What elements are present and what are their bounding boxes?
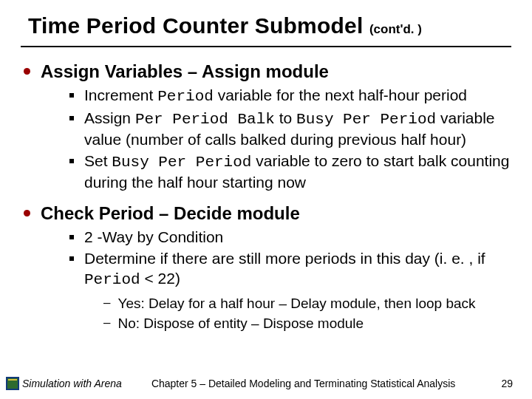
bullet-level3-group: –Yes: Delay for a half hour – Delay modu… <box>69 295 511 332</box>
bullet-level3: –No: Dispose of entity – Dispose module <box>103 315 511 333</box>
bullet-level2: 2 -Way by Condition <box>69 228 511 248</box>
bullet-level3-text: Yes: Delay for a half hour – Delay modul… <box>117 295 475 313</box>
bullet-square-icon <box>69 235 74 239</box>
footer-book-title: Simulation with Arena <box>22 378 122 389</box>
bullet-level2: Assign Per Period Balk to Busy Per Perio… <box>69 109 511 150</box>
bullet-dot-icon <box>24 68 30 75</box>
title-divider <box>21 46 511 47</box>
bullet-level3-text: No: Dispose of entity – Dispose module <box>117 315 364 333</box>
bullet-square-icon <box>69 256 74 261</box>
bullet-level2: Determine if there are still more period… <box>69 249 511 290</box>
bullet-square-icon <box>69 116 74 120</box>
bullet-square-icon <box>69 93 74 98</box>
bullet-dash-icon: – <box>103 295 110 312</box>
bullet-level1-text: Check Period – Decide module <box>41 202 300 225</box>
bullet-level2-text: Increment Period variable for the next h… <box>84 86 467 107</box>
bullet-level2-group: Increment Period variable for the next h… <box>22 86 511 192</box>
svg-rect-2 <box>8 379 17 381</box>
bullet-level2: Set Busy Per Period variable to zero to … <box>69 151 511 193</box>
book-logo-icon <box>6 375 19 392</box>
slide: Time Period Counter Submodel (cont'd. ) … <box>0 0 532 399</box>
bullet-level3: –Yes: Delay for a half hour – Delay modu… <box>103 295 511 313</box>
slide-title: Time Period Counter Submodel (cont'd. ) <box>21 13 511 43</box>
footer-page-number: 29 <box>501 378 513 389</box>
bullet-dot-icon <box>24 210 30 216</box>
bullet-level2-text: Assign Per Period Balk to Busy Per Perio… <box>84 109 511 150</box>
bullet-level2-group: 2 -Way by ConditionDetermine if there ar… <box>22 228 511 332</box>
title-main: Time Period Counter Submodel <box>28 13 363 38</box>
bullet-level1: Check Period – Decide module <box>22 202 511 225</box>
slide-footer: Simulation with Arena Chapter 5 – Detail… <box>0 375 532 392</box>
footer-chapter: Chapter 5 – Detailed Modeling and Termin… <box>151 378 455 389</box>
bullet-square-icon <box>69 159 74 163</box>
slide-body: Assign Variables – Assign moduleIncremen… <box>21 61 511 332</box>
bullet-dash-icon: – <box>103 315 110 332</box>
bullet-level2-text: Determine if there are still more period… <box>84 249 511 290</box>
title-suffix: (cont'd. ) <box>369 22 422 36</box>
bullet-level1: Assign Variables – Assign module <box>22 61 511 83</box>
bullet-level2-text: Set Busy Per Period variable to zero to … <box>84 151 511 193</box>
bullet-level2: Increment Period variable for the next h… <box>69 86 511 107</box>
bullet-level1-text: Assign Variables – Assign module <box>41 61 329 83</box>
bullet-level2-text: 2 -Way by Condition <box>84 228 223 248</box>
